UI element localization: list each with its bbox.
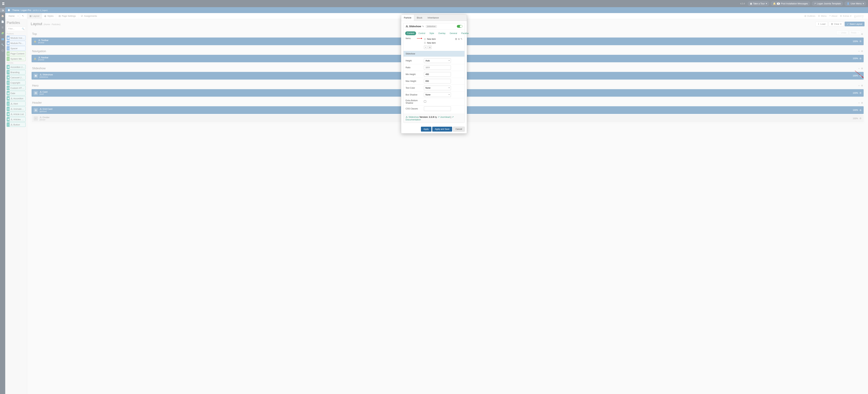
modal-overlay[interactable] (0, 0, 868, 7)
